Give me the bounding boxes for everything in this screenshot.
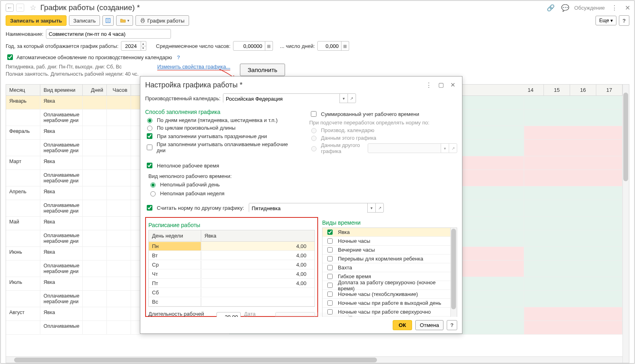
schedule-title: Расписание работы xyxy=(148,222,315,228)
overwork-label: При подсчете переработок определять норм… xyxy=(309,120,457,126)
schedule-row[interactable]: Вс xyxy=(149,297,314,306)
days-label: ... число дней: xyxy=(280,43,315,49)
calendar-combo[interactable]: ▾ ↗ xyxy=(223,93,356,103)
schedule-row[interactable]: Чт4,00 xyxy=(149,269,314,279)
year-input[interactable] xyxy=(121,41,141,51)
auto-update-check[interactable]: Автоматическое обновление по производств… xyxy=(6,53,172,61)
favorite-icon[interactable]: ☆ xyxy=(30,3,36,12)
col-d14: 14 xyxy=(518,85,544,95)
write-close-button[interactable]: Записать и закрыть xyxy=(6,15,67,26)
schedule-row[interactable]: Ср4,00 xyxy=(149,260,314,269)
dialog-close-icon[interactable]: ✕ xyxy=(449,81,457,89)
cancel-button[interactable]: Отмена xyxy=(415,320,443,330)
radio-prodcal: Производ. календарю xyxy=(309,127,457,133)
dialog-title: Настройка графика работы * xyxy=(145,81,421,89)
weeklen-label: Длительность рабочей недели: xyxy=(148,311,213,317)
name-input[interactable] xyxy=(46,29,171,39)
avghours-input[interactable] xyxy=(233,41,265,51)
hscrollbar[interactable] xyxy=(6,356,623,363)
discuss-label[interactable]: Обсуждение xyxy=(574,5,605,11)
print-button[interactable]: График работы xyxy=(135,15,189,26)
toolbar-help-button[interactable]: ? xyxy=(619,15,629,26)
startdate-input: ▦ xyxy=(275,312,315,317)
summary-line-1: Пятидневка, раб. дни: Пн-Пт, выходн. дни… xyxy=(6,64,155,71)
sched-col-val: Явка xyxy=(201,230,314,241)
check-parttime[interactable]: Неполное рабочее время xyxy=(145,161,457,170)
discuss-icon[interactable]: 💬 xyxy=(561,4,569,12)
summary-line-2: Полная занятость. Длительность рабочей н… xyxy=(6,71,155,78)
dialog-maximize-icon[interactable]: ▢ xyxy=(437,81,446,89)
year-spinner[interactable]: ▴▾ xyxy=(141,41,146,51)
col-hours: Часов xyxy=(107,85,131,95)
ok-button[interactable]: ОК xyxy=(393,320,412,330)
type-row[interactable]: Вахта xyxy=(323,263,457,272)
combo-drop-icon[interactable]: ▾ xyxy=(339,94,348,103)
avghours-label: Среднемесячное число часов: xyxy=(156,43,231,49)
schedule-row[interactable]: Пн4,00 xyxy=(149,242,314,251)
col-d17: 17 xyxy=(596,85,623,95)
calc-icon-2[interactable]: ▦ xyxy=(341,41,349,51)
page-title: График работы (создание) * xyxy=(40,3,140,12)
kebab-icon[interactable]: ⋮ xyxy=(611,4,618,12)
type-row[interactable]: Перерывы для кормления ребенка xyxy=(323,254,457,263)
type-row[interactable]: Ночные часы при работе в выходной день xyxy=(323,299,457,308)
schedule-row[interactable]: Пт4,00 xyxy=(149,279,314,288)
nav-back-button[interactable]: ← xyxy=(6,4,14,12)
radio-thissched: Данным этого графика xyxy=(309,134,457,141)
check-holidays[interactable]: При заполнении учитывать праздничные дни xyxy=(145,132,293,140)
calendar-label: Производственный календарь: xyxy=(145,95,221,101)
sched-col-day: День недели xyxy=(149,230,201,241)
days-input[interactable] xyxy=(317,41,341,51)
parttime-type-label: Вид неполного рабочего времени: xyxy=(148,173,457,179)
radio-cycles[interactable]: По циклам произвольной длины xyxy=(145,124,293,131)
dialog-menu-icon[interactable]: ⋮ xyxy=(424,81,433,89)
fill-method-title: Способ заполнения графика xyxy=(145,109,293,115)
report-button[interactable] xyxy=(102,15,114,26)
link-icon[interactable]: 🔗 xyxy=(547,4,555,12)
col-days: Дней xyxy=(83,85,107,95)
radio-othersched: Данным другого графика ▾↗ xyxy=(309,142,457,154)
fill-button[interactable]: Заполнить xyxy=(240,64,285,76)
check-sum[interactable]: Суммированный учет рабочего времени xyxy=(309,110,457,118)
nav-fwd-button[interactable]: → xyxy=(16,4,24,12)
name-label: Наименование: xyxy=(6,31,44,37)
calc-icon[interactable]: ▦ xyxy=(265,41,273,51)
write-button[interactable]: Записать xyxy=(69,15,100,26)
norm-open-icon[interactable]: ↗ xyxy=(375,203,383,212)
vscrollbar[interactable] xyxy=(623,85,629,363)
types-list[interactable]: ЯвкаНочные часыВечерние часыПерерывы для… xyxy=(322,228,457,317)
check-norm-other[interactable]: Считать норму по другому графику: ▾↗ xyxy=(145,203,457,213)
startdate-label: Дата отсчета: xyxy=(244,311,272,317)
col-d15: 15 xyxy=(544,85,570,95)
folder-dropdown-button[interactable]: ▾ xyxy=(116,15,133,26)
col-d16: 16 xyxy=(570,85,596,95)
schedule-row[interactable]: Сб xyxy=(149,288,314,297)
combo-open-icon[interactable]: ↗ xyxy=(348,94,356,103)
close-window-icon[interactable]: ✕ xyxy=(625,4,630,12)
radio-partday[interactable]: Неполный рабочий день xyxy=(148,181,457,188)
svg-rect-6 xyxy=(142,21,144,23)
type-row[interactable]: Вечерние часы xyxy=(323,246,457,254)
schedule-row[interactable]: Вт4,00 xyxy=(149,251,314,260)
type-row[interactable]: Ночные часы xyxy=(323,237,457,246)
radio-partweek[interactable]: Неполная рабочая неделя xyxy=(148,190,457,196)
type-row[interactable]: Техобслуживание xyxy=(323,316,457,317)
radio-weekdays[interactable]: По дням недели (пятидневка, шестидневка … xyxy=(145,117,293,123)
col-month: Месяц xyxy=(6,85,40,95)
weeklen-input[interactable] xyxy=(217,312,241,317)
schedule-settings-dialog: Настройка графика работы * ⋮ ▢ ✕ Произво… xyxy=(140,76,462,334)
year-label: Год, за который отображается график рабо… xyxy=(6,43,119,49)
col-type: Вид времени xyxy=(40,85,83,95)
check-paid[interactable]: При заполнении учитывать оплачиваемые не… xyxy=(145,141,293,153)
type-row[interactable]: Ночные часы при работе сверхурочно xyxy=(323,308,457,316)
norm-drop-icon[interactable]: ▾ xyxy=(367,203,375,212)
help-question-icon[interactable]: ? xyxy=(177,54,180,60)
dialog-help-button[interactable]: ? xyxy=(447,320,457,330)
svg-rect-5 xyxy=(142,19,144,20)
types-scrollbar[interactable] xyxy=(450,228,457,317)
more-button[interactable]: Еще ▾ xyxy=(595,16,616,25)
type-row[interactable]: Явка xyxy=(323,228,457,237)
type-row[interactable]: Доплата за работу сверхурочно (ночное вр… xyxy=(323,281,457,290)
change-props-link[interactable]: Изменить свойства графика... xyxy=(157,64,230,70)
schedule-table[interactable]: День недели Явка Пн4,00Вт4,00Ср4,00Чт4,0… xyxy=(148,230,315,307)
